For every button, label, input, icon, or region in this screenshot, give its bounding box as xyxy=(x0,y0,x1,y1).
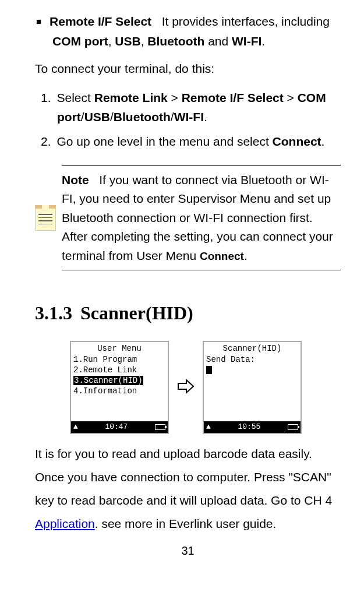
signal-icon: ▲ xyxy=(206,422,211,432)
note-text: Note If you want to connect via Bluetoot… xyxy=(62,165,341,271)
cursor-icon xyxy=(206,366,212,374)
arrow-right-icon xyxy=(177,372,195,403)
battery-icon xyxy=(155,424,165,430)
intro-text: To connect your terminal, do this: xyxy=(35,59,341,79)
bullet-remote-if-select: ■Remote I/F Select It provides interface… xyxy=(52,12,341,51)
note-icon xyxy=(35,205,56,231)
page-number: 31 xyxy=(35,541,341,560)
screen-user-menu: User Menu 1.Run Program 2.Remote Link 3.… xyxy=(70,341,169,434)
battery-icon xyxy=(288,424,298,430)
scanner-description: It is for you to read and upload barcode… xyxy=(35,442,341,535)
selected-menu-item: 3.Scanner(HID) xyxy=(73,376,143,385)
signal-icon: ▲ xyxy=(73,422,78,432)
bullet-square-icon: ■ xyxy=(36,16,41,26)
note-block: Note If you want to connect via Bluetoot… xyxy=(35,165,341,271)
screen-scanner-hid: Scanner(HID) Send Data: ▲ 10:55 xyxy=(203,341,302,434)
status-bar: ▲ 10:55 xyxy=(204,421,301,434)
step-2: 2.Go up one level in the menu and select… xyxy=(57,132,341,151)
section-heading: 3.1.3Scanner(HID) xyxy=(35,298,341,328)
step-1: 1.Select Remote Link > Remote I/F Select… xyxy=(57,88,341,127)
screenshots-row: User Menu 1.Run Program 2.Remote Link 3.… xyxy=(70,341,341,434)
application-link[interactable]: Application xyxy=(35,517,95,530)
bullet-text: It provides interfaces, including xyxy=(162,15,330,28)
bullet-title: Remote I/F Select xyxy=(50,15,151,28)
status-bar: ▲ 10:47 xyxy=(71,421,168,434)
